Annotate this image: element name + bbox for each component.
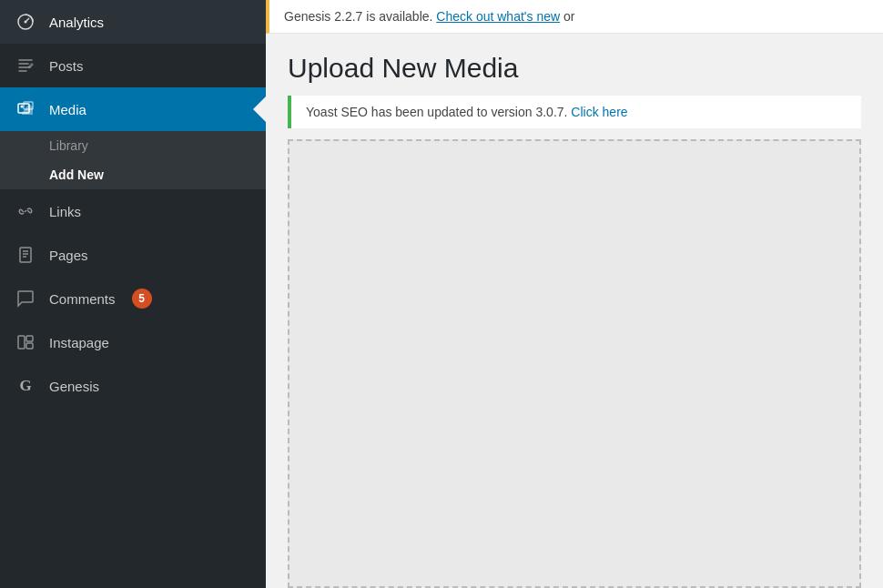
sidebar-item-genesis[interactable]: G Genesis [0,364,266,408]
comments-badge: 5 [132,289,152,309]
svg-point-1 [25,21,27,24]
genesis-notice-suffix: or [563,9,574,24]
posts-icon [15,55,36,76]
page-title: Upload New Media [288,52,861,85]
sidebar-item-pages[interactable]: Pages [0,233,266,277]
svg-point-3 [21,106,24,108]
svg-rect-6 [20,248,31,262]
yoast-notice-link[interactable]: Click here [571,105,627,119]
sidebar-item-analytics-label: Analytics [49,15,104,30]
sidebar-item-genesis-label: Genesis [49,379,99,394]
sidebar-item-pages-label: Pages [49,248,88,263]
genesis-notice-bar: Genesis 2.2.7 is available. Check out wh… [266,0,883,34]
genesis-icon: G [15,375,36,397]
sidebar-item-comments[interactable]: Comments 5 [0,277,266,320]
genesis-notice-text: Genesis 2.2.7 is available. [284,9,432,24]
svg-rect-10 [18,336,25,349]
comments-icon [15,288,36,309]
sidebar: Analytics Posts Media Library Add [0,0,266,588]
yoast-notice-text: Yoast SEO has been updated to version 3.… [306,105,567,119]
sidebar-item-posts[interactable]: Posts [0,44,266,87]
sidebar-item-comments-label: Comments [49,291,116,307]
sidebar-submenu-add-new[interactable]: Add New [0,160,266,189]
sidebar-item-media-label: Media [49,102,86,117]
sidebar-item-links[interactable]: Links [0,189,266,233]
svg-line-5 [25,210,26,212]
upload-drop-area[interactable] [288,139,861,588]
pages-icon [15,244,36,266]
instapage-icon [15,331,36,353]
genesis-notice-link[interactable]: Check out what's new [436,9,560,24]
links-icon [15,200,36,222]
sidebar-item-instapage[interactable]: Instapage [0,320,266,364]
yoast-notice-bar: Yoast SEO has been updated to version 3.… [288,96,861,128]
sidebar-submenu-library[interactable]: Library [0,131,266,160]
media-icon [15,98,36,120]
analytics-icon [15,11,36,33]
media-submenu: Library Add New [0,131,266,189]
svg-rect-11 [26,336,33,341]
sidebar-item-instapage-label: Instapage [49,335,109,350]
main-content: Genesis 2.2.7 is available. Check out wh… [266,0,883,588]
sidebar-item-media[interactable]: Media [0,87,266,131]
sidebar-item-links-label: Links [49,204,81,219]
sidebar-item-analytics[interactable]: Analytics [0,0,266,44]
sidebar-item-posts-label: Posts [49,58,84,74]
page-title-area: Upload New Media [266,34,883,96]
svg-rect-12 [26,343,33,349]
